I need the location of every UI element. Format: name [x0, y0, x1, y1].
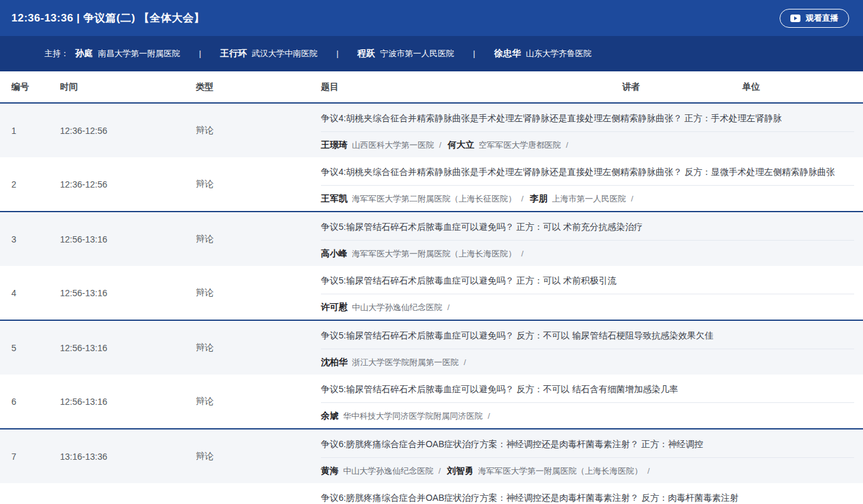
- row-main: 争议6:膀胱疼痛综合症合并OAB症状治疗方案：神经调控还是肉毒杆菌毒素注射？ 反…: [321, 483, 863, 504]
- speaker-name: 余虓: [321, 411, 339, 422]
- row-type: 辩论: [196, 429, 321, 483]
- row-title: 争议5:输尿管结石碎石术后脓毒血症可以避免吗？ 反方：不可以 结石含有细菌增加感…: [321, 383, 854, 403]
- row-type: 辩论: [196, 266, 321, 320]
- row-main: 争议5:输尿管结石碎石术后脓毒血症可以避免吗？ 正方：可以 术前充分抗感染治疗高…: [321, 212, 863, 266]
- moderator-name: 程跃: [358, 48, 375, 59]
- row-speakers: 黄海中山大学孙逸仙纪念医院/刘智勇海军军医大学第一附属医院（上海长海医院）/: [321, 458, 854, 477]
- row-time: 12:56-13:16: [60, 375, 196, 428]
- row-time: 12:36-12:56: [60, 157, 196, 211]
- speaker-organization: 海军军医大学第一附属医院（上海长海医院）: [352, 248, 516, 260]
- table-row: 112:36-12:56辩论争议4:胡桃夹综合征合并精索静脉曲张是手术处理左肾静…: [0, 102, 863, 157]
- speaker-organization: 上海市第一人民医院: [552, 193, 626, 205]
- speaker-name: 何大立: [448, 140, 474, 151]
- row-title: 争议6:膀胱疼痛综合症合并OAB症状治疗方案：神经调控还是肉毒杆菌毒素注射？ 正…: [321, 438, 854, 458]
- moderators-list: 孙庭南昌大学第一附属医院|王行环武汉大学中南医院|程跃宁波市第一人民医院|徐忠华…: [75, 48, 591, 59]
- row-title: 争议4:胡桃夹综合征合并精索静脉曲张是手术处理左肾静脉还是直接处理左侧精索静脉曲…: [321, 165, 854, 186]
- table-row: 713:16-13:36辩论争议6:膀胱疼痛综合症合并OAB症状治疗方案：神经调…: [0, 428, 863, 483]
- row-main: 争议5:输尿管结石碎石术后脓毒血症可以避免吗？ 反方：不可以 输尿管结石梗阻导致…: [321, 321, 863, 375]
- moderator-organization: 山东大学齐鲁医院: [526, 48, 591, 59]
- column-header-organization: 单位: [742, 81, 863, 93]
- speaker-separator: /: [447, 303, 450, 312]
- row-title: 争议6:膀胱疼痛综合症合并OAB症状治疗方案：神经调控还是肉毒杆菌毒素注射？ 反…: [321, 491, 854, 504]
- row-title: 争议4:胡桃夹综合征合并精索静脉曲张是手术处理左肾静脉还是直接处理左侧精索静脉曲…: [321, 112, 854, 132]
- moderator-name: 孙庭: [75, 48, 93, 59]
- speaker-separator: /: [631, 194, 634, 203]
- row-type: 辩论: [196, 104, 321, 157]
- moderator-item: 王行环武汉大学中南医院: [220, 48, 317, 59]
- row-number: 8: [11, 483, 60, 504]
- session-title: 12:36-13:36 | 争议篇(二) 【全体大会】: [11, 11, 205, 25]
- table-header-row: 编号 时间 类型 题目 讲者 单位: [0, 71, 863, 102]
- table-row: 312:56-13:16辩论争议5:输尿管结石碎石术后脓毒血症可以避免吗？ 正方…: [0, 211, 863, 266]
- row-type: 辩论: [196, 212, 321, 266]
- row-number: 4: [11, 266, 60, 320]
- row-time: 12:56-13:16: [60, 266, 196, 320]
- watch-live-label: 观看直播: [806, 13, 838, 24]
- speaker-name: 许可慰: [321, 302, 347, 313]
- speaker-separator: /: [464, 357, 466, 367]
- speaker-organization: 中山大学孙逸仙纪念医院: [352, 302, 442, 313]
- table-row: 412:56-13:16辩论争议5:输尿管结石碎石术后脓毒血症可以避免吗？ 正方…: [0, 266, 863, 320]
- row-speakers: 许可慰中山大学孙逸仙纪念医院/: [321, 294, 854, 313]
- row-title: 争议5:输尿管结石碎石术后脓毒血症可以避免吗？ 正方：可以 术前积极引流: [321, 274, 854, 294]
- speaker-separator: /: [521, 249, 524, 258]
- row-title: 争议5:输尿管结石碎石术后脓毒血症可以避免吗？ 反方：不可以 输尿管结石梗阻导致…: [321, 329, 854, 349]
- watch-live-button[interactable]: 观看直播: [780, 9, 849, 28]
- column-header-speaker: 讲者: [622, 81, 742, 93]
- row-main: 争议4:胡桃夹综合征合并精索静脉曲张是手术处理左肾静脉还是直接处理左侧精索静脉曲…: [321, 157, 863, 211]
- table-row: 612:56-13:16辩论争议5:输尿管结石碎石术后脓毒血症可以避免吗？ 反方…: [0, 375, 863, 428]
- row-number: 2: [11, 157, 60, 211]
- speaker-separator: /: [438, 466, 441, 476]
- column-header-time: 时间: [60, 81, 196, 93]
- row-speakers: 高小峰海军军医大学第一附属医院（上海长海医院）/: [321, 241, 854, 260]
- row-number: 3: [11, 212, 60, 266]
- speaker-name: 高小峰: [321, 248, 347, 260]
- moderator-organization: 武汉大学中南医院: [251, 48, 317, 59]
- session-header-bar: 12:36-13:36 | 争议篇(二) 【全体大会】 观看直播: [0, 0, 863, 36]
- moderator-name: 王行环: [220, 48, 246, 59]
- row-type: 辩论: [196, 321, 321, 375]
- row-number: 1: [11, 104, 60, 157]
- moderator-organization: 南昌大学第一附属医院: [98, 48, 180, 59]
- speaker-organization: 空军军医大学唐都医院: [479, 140, 561, 151]
- speaker-separator: /: [521, 194, 524, 203]
- speaker-separator: /: [439, 140, 442, 150]
- row-speakers: 余虓华中科技大学同济医学院附属同济医院/: [321, 403, 854, 422]
- schedule-rows: 112:36-12:56辩论争议4:胡桃夹综合征合并精索静脉曲张是手术处理左肾静…: [0, 102, 863, 504]
- table-row: 212:36-12:56辩论争议4:胡桃夹综合征合并精索静脉曲张是手术处理左肾静…: [0, 157, 863, 211]
- row-time: 12:36-12:56: [60, 104, 196, 157]
- row-number: 5: [11, 321, 60, 375]
- play-icon: [790, 15, 800, 22]
- row-speakers: 沈柏华浙江大学医学院附属第一医院/: [321, 349, 854, 368]
- speaker-name: 王军凯: [321, 193, 347, 205]
- column-header-type: 类型: [196, 81, 321, 93]
- speaker-separator: /: [566, 140, 569, 150]
- moderator-separator: |: [336, 49, 338, 58]
- row-time: 13:16-13:36: [60, 483, 196, 504]
- moderator-separator: |: [199, 49, 201, 58]
- moderator-separator: |: [473, 49, 475, 58]
- row-type: 辩论: [196, 375, 321, 428]
- speaker-name: 刘智勇: [447, 465, 474, 477]
- speaker-name: 李朋: [530, 193, 548, 205]
- column-header-number: 编号: [11, 81, 60, 93]
- column-header-title: 题目: [321, 81, 622, 93]
- speaker-name: 王璟琦: [321, 140, 347, 151]
- speaker-name: 沈柏华: [321, 357, 347, 368]
- row-time: 12:56-13:16: [60, 212, 196, 266]
- row-time: 13:16-13:36: [60, 429, 196, 483]
- session-schedule-page: 12:36-13:36 | 争议篇(二) 【全体大会】 观看直播 主持： 孙庭南…: [0, 0, 863, 504]
- row-type: 辩论: [196, 157, 321, 211]
- moderator-organization: 宁波市第一人民医院: [380, 48, 454, 59]
- moderators-bar: 主持： 孙庭南昌大学第一附属医院|王行环武汉大学中南医院|程跃宁波市第一人民医院…: [0, 36, 863, 71]
- row-type: 辩论: [196, 483, 321, 504]
- row-speakers: 王军凯海军军医大学第二附属医院（上海长征医院）/李朋上海市第一人民医院/: [321, 186, 854, 205]
- speaker-name: 黄海: [321, 465, 339, 477]
- speaker-separator: /: [488, 411, 490, 421]
- row-main: 争议6:膀胱疼痛综合症合并OAB症状治疗方案：神经调控还是肉毒杆菌毒素注射？ 正…: [321, 429, 863, 483]
- table-row: 813:16-13:36辩论争议6:膀胱疼痛综合症合并OAB症状治疗方案：神经调…: [0, 483, 863, 504]
- table-row: 512:56-13:16辩论争议5:输尿管结石碎石术后脓毒血症可以避免吗？ 反方…: [0, 320, 863, 375]
- speaker-organization: 华中科技大学同济医学院附属同济医院: [343, 411, 483, 422]
- row-speakers: 王璟琦山西医科大学第一医院/何大立空军军医大学唐都医院/: [321, 132, 854, 151]
- row-number: 6: [11, 375, 60, 428]
